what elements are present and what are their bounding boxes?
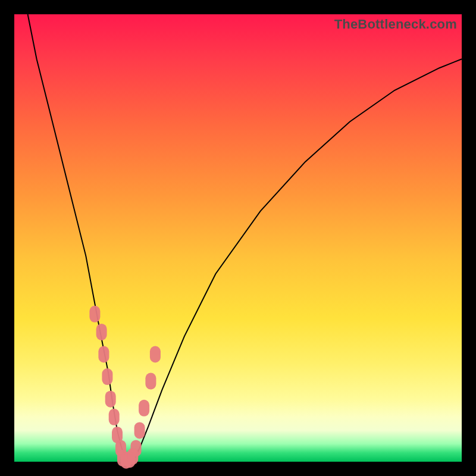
data-markers [89,306,161,469]
marker-dot [109,409,120,425]
chart-frame: TheBottleneck.com [14,14,462,462]
marker-dot [139,400,149,416]
marker-dot [127,448,138,465]
marker-dot [102,368,112,385]
marker-dot [98,346,109,363]
chart-overlay [14,14,462,462]
marker-dot [105,391,116,408]
bottleneck-curve [28,14,462,462]
marker-dot [89,306,100,322]
marker-dot [96,324,107,340]
marker-dot [134,422,145,439]
marker-dot [150,346,161,363]
marker-dot [145,373,156,390]
